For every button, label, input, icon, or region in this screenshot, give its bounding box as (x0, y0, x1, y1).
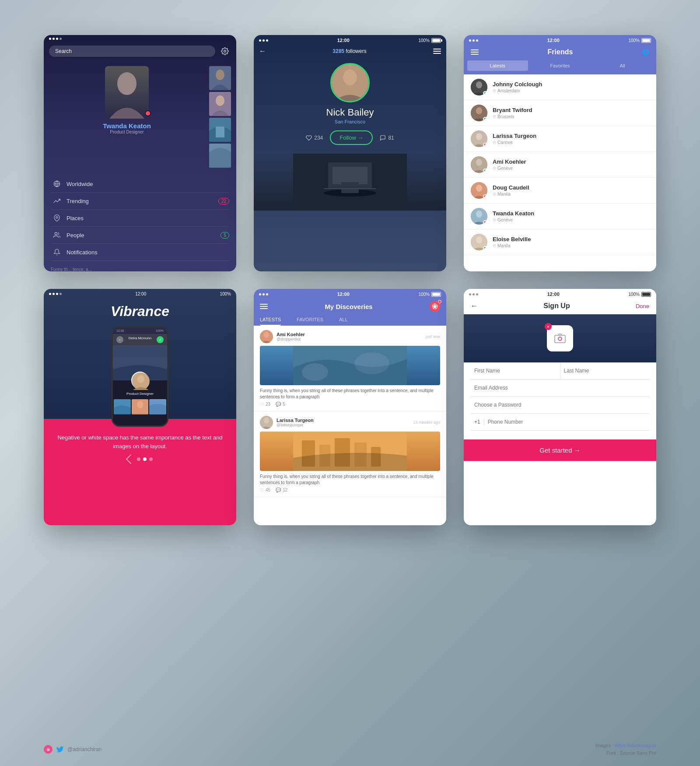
friend-name-1: Bryant Twiford (493, 107, 649, 113)
page-dot-1[interactable] (137, 457, 140, 461)
friend-item-6[interactable]: Eloise Belville Manila (464, 229, 656, 255)
friend-item-1[interactable]: Bryant Twiford Brussels (464, 100, 656, 126)
friend-info-5: Twanda Keaton Genève (493, 210, 649, 222)
photo-badge: × (545, 323, 552, 330)
arrow-left-icon[interactable] (126, 454, 136, 464)
discovery-icon[interactable] (430, 301, 440, 312)
disc-hamburger[interactable] (260, 304, 268, 309)
inner-profile-bg (113, 345, 167, 380)
disc-time-1: 13 minutes ago (413, 420, 440, 425)
thumb-4[interactable] (209, 144, 231, 168)
disc-image-1 (260, 432, 440, 471)
disc-name-1: Larissa Turgeon (276, 418, 314, 423)
menu-item-places[interactable]: Places (51, 210, 229, 227)
followers-count: 3285 followers (332, 48, 366, 54)
side-thumbnails (209, 66, 231, 168)
disc-tab-favorites[interactable]: FAVORITES (297, 314, 323, 326)
avatar (105, 66, 149, 119)
avatar-container (105, 66, 149, 119)
battery-area: 100% (418, 38, 441, 43)
tab-all[interactable]: All (592, 60, 653, 71)
disc-like-count-1: 45 (266, 488, 270, 492)
first-name-input[interactable] (471, 362, 560, 379)
menu-item-people[interactable]: People 5 (51, 227, 229, 244)
menu-item-notifications[interactable]: Notifications (51, 244, 229, 261)
gear-icon[interactable] (219, 45, 231, 57)
disc-comment-0[interactable]: 💬 5 (276, 402, 285, 407)
footer: ⊕ @adrianchiran Images : https://stocksn… (0, 742, 700, 757)
images-url[interactable]: https://stocksnap.io (615, 743, 656, 748)
friends-globe-icon[interactable]: 🌐 (642, 49, 649, 56)
search-box[interactable]: Search (49, 46, 215, 57)
menu-label-worldwide: Worldwide (66, 181, 93, 187)
disc-handle-1: @lotteryjumper (276, 423, 314, 427)
friend-avatar-4 (471, 182, 487, 199)
signup-back[interactable]: ← (471, 302, 478, 310)
disc-like-0[interactable]: ♡ 23 (260, 402, 270, 407)
last-name-input[interactable] (560, 362, 650, 379)
friend-name-6: Eloise Belville (493, 236, 649, 242)
friend-item-3[interactable]: Ami Koehler Genève (464, 152, 656, 178)
signal-6 (469, 293, 478, 295)
comments-value: 81 (388, 135, 394, 141)
friend-item-4[interactable]: Doug Caudell Manila (464, 178, 656, 204)
disc-tab-latests[interactable]: LATESTS (260, 314, 281, 326)
disc-tab-all[interactable]: ALL (339, 314, 348, 326)
status-dot-1 (483, 117, 487, 121)
disc-comment-1[interactable]: 💬 12 (276, 488, 287, 492)
disc-like-1[interactable]: ♡ 45 (260, 488, 270, 492)
svg-point-4 (216, 70, 224, 80)
friends-hamburger[interactable] (471, 49, 479, 55)
top-nav-2: ← 3285 followers (254, 46, 446, 59)
discovery-item-0: Ami Koehler @dropperdiot just now Funny … (254, 326, 446, 411)
friend-item-0[interactable]: Johnny Colclough Amsterdam (464, 74, 656, 100)
page-dot-2[interactable] (143, 457, 147, 461)
password-input[interactable] (471, 397, 649, 414)
footer-right: Images : https://stocksnap.io Font : Sou… (595, 742, 656, 757)
disc-user-0: Ami Koehler @dropperdiot (260, 330, 305, 343)
phone-input[interactable] (488, 419, 646, 425)
friend-name-3: Ami Koehler (493, 158, 649, 165)
inner-back[interactable]: ← (116, 336, 123, 343)
discovery-item-1: Larissa Turgeon @lotteryjumper 13 minute… (254, 411, 446, 497)
get-started-label: Get started → (539, 446, 580, 454)
trending-icon (52, 197, 61, 205)
phone-row: +1 (471, 414, 649, 431)
tab-latests[interactable]: Latests (467, 60, 528, 71)
pagination-dots (52, 456, 228, 463)
screen-profile-menu: Search (44, 35, 236, 271)
follow-button[interactable]: Follow → (330, 130, 373, 145)
friend-item-5[interactable]: Twanda Keaton Genève (464, 204, 656, 229)
status-bar-6: 12:00 100% (464, 289, 656, 299)
disc-text-0: Funny thing is, when you string all of t… (260, 388, 440, 400)
heart-icon-1: ♡ (260, 488, 264, 492)
hero-avatar (330, 63, 370, 102)
disc-tab-bar: LATESTS FAVORITES ALL (254, 312, 446, 326)
pink-section: Negative or white space has the same imp… (44, 427, 236, 469)
email-input[interactable] (471, 379, 649, 397)
top-bar-1: Search (44, 42, 236, 62)
svg-point-6 (216, 95, 224, 106)
hamburger-menu[interactable] (433, 49, 441, 54)
thumb-2[interactable] (209, 92, 231, 116)
photo-upload-box[interactable]: × (547, 325, 573, 351)
get-started-button[interactable]: Get started → (464, 439, 656, 461)
battery-5: 100% (418, 292, 441, 297)
thumb-3[interactable] (209, 118, 231, 142)
done-button[interactable]: Done (636, 303, 649, 309)
inner-edit[interactable]: ✓ (157, 336, 164, 343)
tab-favorites[interactable]: Favorites (530, 60, 591, 71)
battery-6: 100% (628, 292, 651, 297)
profile-section: Twanda Keaton Product Designer (44, 62, 236, 172)
friend-avatar-2 (471, 130, 487, 147)
friend-avatar-6 (471, 234, 487, 250)
menu-item-worldwide[interactable]: Worldwide (51, 176, 229, 193)
friend-name-2: Larissa Turgeon (493, 133, 649, 139)
friend-item-2[interactable]: Larissa Turgeon Cannes (464, 126, 656, 152)
page-dot-3[interactable] (149, 457, 153, 461)
thumb-1[interactable] (209, 66, 231, 90)
back-arrow[interactable]: ← (259, 47, 266, 55)
profile-title: Product Designer (110, 130, 144, 134)
menu-item-trending[interactable]: Trending 22 (51, 193, 229, 210)
svg-point-59 (264, 418, 269, 424)
